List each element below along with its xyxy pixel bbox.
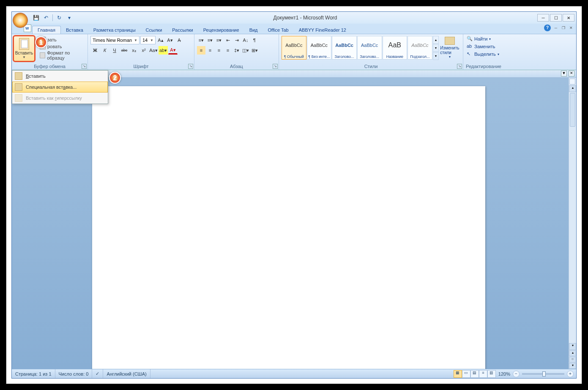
- paragraph-dialog-launcher[interactable]: ↘: [273, 64, 278, 69]
- view-web-layout[interactable]: ▤: [470, 370, 479, 378]
- underline-button[interactable]: Ч: [110, 46, 119, 55]
- change-case-button[interactable]: Aa▾: [149, 46, 158, 55]
- superscript-button[interactable]: x²: [139, 46, 148, 55]
- styles-scroll-up[interactable]: ▴: [433, 36, 439, 44]
- status-words[interactable]: Число слов: 0: [55, 369, 93, 378]
- tab-list-button[interactable]: ▼: [561, 71, 567, 76]
- browse-object-button[interactable]: ○: [569, 357, 576, 363]
- scroll-up-button[interactable]: ▴: [569, 85, 576, 92]
- zoom-out-button[interactable]: −: [513, 371, 520, 377]
- tab-review[interactable]: Рецензирование: [198, 26, 244, 34]
- italic-button[interactable]: К: [100, 46, 109, 55]
- numbering-button[interactable]: ≡▾: [206, 36, 214, 44]
- font-name-combo[interactable]: Times New Roman▼: [90, 36, 139, 44]
- style-title[interactable]: АаВНазвание: [383, 36, 407, 60]
- justify-button[interactable]: ≡: [224, 46, 232, 55]
- format-painter-button[interactable]: Формат по образцу: [40, 50, 86, 60]
- status-proofing[interactable]: ✓: [92, 369, 103, 378]
- styles-dialog-launcher[interactable]: ↘: [457, 64, 462, 69]
- paste-icon: [19, 38, 29, 50]
- next-page-button[interactable]: ▾: [569, 363, 576, 369]
- highlight-button[interactable]: ab▾: [159, 46, 168, 55]
- shading-button[interactable]: ◫▾: [241, 46, 250, 55]
- copy-button[interactable]: ровать: [40, 44, 86, 49]
- find-button[interactable]: 🔍Найти▾: [465, 35, 502, 43]
- align-left-button[interactable]: ≡: [197, 46, 205, 55]
- close-button[interactable]: ✕: [563, 14, 574, 22]
- prev-page-button[interactable]: ▴: [569, 350, 576, 356]
- scroll-down-button[interactable]: ▾: [569, 343, 576, 350]
- align-right-button[interactable]: ≡: [215, 46, 223, 55]
- view-outline[interactable]: ≡: [479, 370, 487, 378]
- zoom-slider[interactable]: [522, 373, 564, 375]
- change-styles-button[interactable]: Изменить стили▾: [439, 36, 460, 60]
- style-heading1[interactable]: AaBbCcЗаголово...: [332, 36, 357, 60]
- page[interactable]: [92, 86, 485, 369]
- select-button[interactable]: ↖Выделить▾: [465, 50, 502, 58]
- borders-button[interactable]: ⊞▾: [250, 46, 259, 55]
- scroll-thumb[interactable]: [570, 93, 575, 127]
- tab-mailings[interactable]: Рассылки: [167, 26, 198, 34]
- subscript-button[interactable]: x₂: [129, 46, 139, 55]
- tab-references[interactable]: Ссылки: [141, 26, 167, 34]
- tab-office-tab[interactable]: Office Tab: [263, 26, 294, 34]
- doc-close[interactable]: ✕: [569, 25, 574, 30]
- doc-restore[interactable]: ❐: [561, 25, 566, 30]
- style-no-spacing[interactable]: AaBbCc¶ Без инте...: [307, 36, 332, 60]
- grow-font-button[interactable]: A▴: [156, 36, 165, 44]
- app-window: 💾 ↶ ↻ ▾ Документ1 - Microsoft Word ─ ☐ ✕…: [11, 11, 577, 379]
- shrink-font-button[interactable]: A▾: [166, 36, 174, 44]
- ruler-toggle[interactable]: [569, 79, 575, 85]
- tab-view[interactable]: Вид: [244, 26, 263, 34]
- view-draft[interactable]: ▥: [487, 370, 496, 378]
- status-language[interactable]: Английский (США): [103, 369, 150, 378]
- font-size-combo[interactable]: 14▼: [140, 36, 156, 44]
- view-print-layout[interactable]: ▦: [454, 370, 462, 378]
- clear-formatting-button[interactable]: A̶: [175, 36, 183, 44]
- multilevel-button[interactable]: ≡▾: [215, 36, 223, 44]
- qat-customize[interactable]: ▾: [66, 14, 73, 22]
- paste-button[interactable]: Вставить ▼: [13, 35, 36, 62]
- styles-scroll-down[interactable]: ▾: [433, 44, 439, 52]
- view-full-screen[interactable]: ▭: [462, 370, 470, 378]
- clipboard-dialog-launcher[interactable]: ↘: [82, 64, 87, 69]
- doc-minimize[interactable]: ─: [553, 25, 558, 30]
- replace-button[interactable]: abЗаменить: [465, 43, 502, 50]
- tab-close-button[interactable]: ✕: [569, 71, 574, 76]
- redo-button[interactable]: ↻: [55, 14, 63, 22]
- decrease-indent-button[interactable]: ⇤: [224, 36, 232, 44]
- undo-button[interactable]: ↶: [42, 14, 50, 22]
- tab-insert[interactable]: Вставка: [61, 26, 88, 34]
- save-button[interactable]: 💾: [32, 14, 40, 22]
- menu-paste-special[interactable]: Специальная вставка...: [12, 82, 108, 93]
- office-button[interactable]: [13, 13, 28, 28]
- increase-indent-button[interactable]: ⇥: [232, 36, 241, 44]
- line-spacing-button[interactable]: ‡▾: [232, 46, 241, 55]
- maximize-button[interactable]: ☐: [550, 14, 562, 22]
- font-color-button[interactable]: A▾: [168, 46, 178, 55]
- style-subtitle[interactable]: AaBbCcПодзагол...: [407, 36, 432, 60]
- help-icon[interactable]: ?: [544, 25, 551, 31]
- show-marks-button[interactable]: ¶: [250, 36, 259, 44]
- paste-label: Вставить: [15, 51, 33, 55]
- paste-dropdown-arrow[interactable]: ▼: [22, 55, 26, 59]
- status-page[interactable]: Страница: 1 из 1: [12, 369, 55, 378]
- strikethrough-button[interactable]: abc: [120, 46, 129, 55]
- tab-abbyy[interactable]: ABBYY FineReader 12: [294, 26, 351, 34]
- zoom-thumb[interactable]: [542, 371, 546, 376]
- document-area: ▴ ▾ ▴ ○ ▾: [12, 78, 576, 369]
- minimize-button[interactable]: ─: [537, 14, 549, 22]
- bullets-button[interactable]: ≡▾: [197, 36, 205, 44]
- style-heading2[interactable]: AaBbCcЗаголово...: [357, 36, 382, 60]
- sort-button[interactable]: A↓: [241, 36, 250, 44]
- tab-home[interactable]: Главная: [32, 26, 61, 34]
- font-dialog-launcher[interactable]: ↘: [188, 64, 193, 69]
- bold-button[interactable]: Ж: [90, 46, 100, 55]
- zoom-in-button[interactable]: +: [567, 371, 574, 377]
- style-normal[interactable]: AaBbCc¶ Обычный: [282, 36, 306, 60]
- styles-expand[interactable]: ▾: [433, 52, 439, 60]
- menu-paste[interactable]: Вставить: [12, 71, 108, 82]
- tab-page-layout[interactable]: Разметка страницы: [88, 26, 141, 34]
- zoom-level[interactable]: 120%: [496, 371, 513, 376]
- align-center-button[interactable]: ≡: [206, 46, 214, 55]
